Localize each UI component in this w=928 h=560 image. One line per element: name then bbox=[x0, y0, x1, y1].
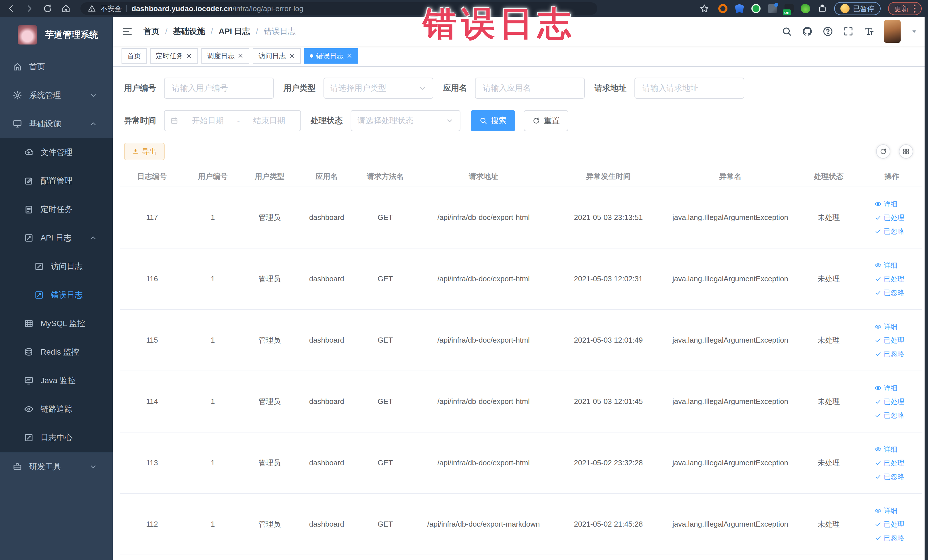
reset-button[interactable]: 重置 bbox=[524, 110, 568, 131]
edit-icon bbox=[24, 176, 34, 186]
tab-访问日志[interactable]: 访问日志 bbox=[253, 48, 301, 64]
chevron-up-icon bbox=[89, 234, 97, 242]
scrollbar[interactable] bbox=[925, 17, 928, 560]
extension-icon-green[interactable] bbox=[751, 4, 760, 13]
paused-label: 已暂停 bbox=[853, 4, 875, 14]
sidebar-item-system[interactable]: 系统管理 bbox=[0, 81, 113, 110]
sidebar-item-home[interactable]: 首页 bbox=[0, 52, 113, 81]
app-name-input[interactable] bbox=[475, 78, 585, 99]
tab-定时任务[interactable]: 定时任务 bbox=[150, 48, 198, 64]
cell-id: 112 bbox=[120, 519, 184, 529]
refresh-table-button[interactable] bbox=[876, 144, 890, 159]
extension-icon-sprout[interactable] bbox=[801, 4, 810, 13]
action-processed[interactable]: 已处理 bbox=[875, 213, 904, 222]
sidebar-item-access-log[interactable]: 访问日志 bbox=[0, 252, 113, 281]
action-processed[interactable]: 已处理 bbox=[875, 397, 904, 406]
extensions-puzzle-icon[interactable] bbox=[818, 4, 827, 13]
action-detail[interactable]: 详细 bbox=[875, 445, 897, 454]
update-button[interactable]: 更新 bbox=[888, 2, 922, 15]
cell-time: 2021-05-02 21:45:28 bbox=[552, 519, 665, 529]
action-ignored[interactable]: 已忽略 bbox=[875, 411, 904, 420]
action-detail[interactable]: 详细 bbox=[875, 261, 897, 270]
action-label: 已忽略 bbox=[884, 472, 904, 481]
sidebar-item-config[interactable]: 配置管理 bbox=[0, 166, 113, 195]
address-bar[interactable]: 不安全 dashboard.yudao.iocoder.cn/infra/log… bbox=[81, 2, 597, 15]
extension-icon-switch[interactable]: on bbox=[785, 4, 794, 13]
kebab-menu-icon[interactable] bbox=[914, 5, 916, 12]
table-header-cell: 应用名 bbox=[298, 171, 356, 182]
refresh-icon bbox=[532, 117, 540, 125]
action-detail[interactable]: 详细 bbox=[875, 506, 897, 515]
sidebar-item-label: 配置管理 bbox=[41, 175, 72, 186]
cell-status: 未处理 bbox=[796, 458, 862, 468]
sidebar-item-api-log[interactable]: API 日志 bbox=[0, 224, 113, 252]
action-ignored[interactable]: 已忽略 bbox=[875, 534, 904, 543]
close-icon[interactable] bbox=[346, 53, 353, 59]
close-icon[interactable] bbox=[186, 53, 192, 59]
check-icon bbox=[875, 535, 882, 542]
hamburger-icon[interactable] bbox=[121, 25, 133, 37]
github-icon[interactable] bbox=[802, 26, 813, 37]
font-size-icon[interactable] bbox=[864, 26, 875, 37]
sidebar-item-error-log[interactable]: 错误日志 bbox=[0, 281, 113, 309]
request-url-input[interactable] bbox=[635, 78, 744, 99]
reload-icon[interactable] bbox=[43, 4, 52, 14]
forward-icon[interactable] bbox=[24, 4, 34, 14]
tab-调度日志[interactable]: 调度日志 bbox=[201, 48, 249, 64]
action-processed[interactable]: 已处理 bbox=[875, 458, 904, 468]
action-detail[interactable]: 详细 bbox=[875, 200, 897, 209]
search-button[interactable]: 搜索 bbox=[471, 110, 515, 131]
sidebar-item-trace[interactable]: 链路追踪 bbox=[0, 395, 113, 423]
action-processed[interactable]: 已处理 bbox=[875, 275, 904, 284]
sidebar-item-mysql[interactable]: MySQL 监控 bbox=[0, 309, 113, 338]
cell-actions: 详细已处理已忽略 bbox=[862, 200, 922, 236]
search-icon[interactable] bbox=[781, 26, 792, 37]
home-icon[interactable] bbox=[61, 4, 71, 14]
profile-paused-chip[interactable]: 已暂停 bbox=[834, 2, 881, 15]
export-button[interactable]: 导出 bbox=[124, 143, 165, 160]
sidebar-item-job[interactable]: 定时任务 bbox=[0, 195, 113, 224]
action-ignored[interactable]: 已忽略 bbox=[875, 472, 904, 481]
extension-icon-shield[interactable] bbox=[735, 4, 744, 13]
bookmark-star-icon[interactable] bbox=[699, 4, 709, 14]
export-button-label: 导出 bbox=[142, 146, 157, 157]
sidebar-item-log-center[interactable]: 日志中心 bbox=[0, 423, 113, 452]
cell-user_type: 管理员 bbox=[241, 335, 298, 345]
user-id-input[interactable] bbox=[164, 78, 274, 99]
sidebar-item-infra[interactable]: 基础设施 bbox=[0, 110, 113, 138]
action-ignored[interactable]: 已忽略 bbox=[875, 227, 904, 236]
back-icon[interactable] bbox=[6, 4, 16, 14]
sidebar-item-java[interactable]: Java 监控 bbox=[0, 366, 113, 395]
breadcrumb-item[interactable]: API 日志 bbox=[219, 26, 250, 37]
action-ignored[interactable]: 已忽略 bbox=[875, 349, 904, 359]
help-icon[interactable] bbox=[823, 26, 833, 37]
action-processed[interactable]: 已处理 bbox=[875, 336, 904, 345]
sidebar-item-dev-tools[interactable]: 研发工具 bbox=[0, 452, 113, 481]
breadcrumb-item[interactable]: 首页 bbox=[143, 26, 159, 37]
app-logo-row[interactable]: 芋道管理系统 bbox=[0, 17, 113, 52]
fullscreen-icon[interactable] bbox=[843, 26, 854, 37]
action-detail[interactable]: 详细 bbox=[875, 383, 897, 392]
table-row: 1151管理员dashboardGET/api/infra/db-doc/exp… bbox=[120, 310, 922, 371]
update-label: 更新 bbox=[894, 4, 908, 14]
breadcrumb-item[interactable]: 基础设施 bbox=[173, 26, 205, 37]
sidebar-item-file[interactable]: 文件管理 bbox=[0, 138, 113, 166]
extension-icon-grid[interactable] bbox=[768, 4, 777, 13]
home-icon bbox=[12, 62, 22, 72]
action-processed[interactable]: 已处理 bbox=[875, 520, 904, 529]
process-status-select[interactable]: 请选择处理状态 bbox=[351, 110, 461, 131]
column-settings-button[interactable] bbox=[899, 144, 913, 159]
user-avatar[interactable] bbox=[884, 20, 901, 43]
tab-错误日志[interactable]: 错误日志 bbox=[304, 48, 358, 64]
sidebar-item-redis[interactable]: Redis 监控 bbox=[0, 338, 113, 366]
close-icon[interactable] bbox=[237, 53, 244, 59]
action-detail[interactable]: 详细 bbox=[875, 322, 897, 331]
eye-icon bbox=[875, 201, 882, 208]
close-icon[interactable] bbox=[289, 53, 295, 59]
extension-icon-orange[interactable] bbox=[718, 4, 728, 13]
action-ignored[interactable]: 已忽略 bbox=[875, 288, 904, 297]
tab-首页[interactable]: 首页 bbox=[122, 48, 147, 64]
caret-down-icon[interactable] bbox=[910, 27, 918, 35]
user-type-select[interactable]: 请选择用户类型 bbox=[324, 78, 433, 99]
date-range-picker[interactable]: 开始日期 - 结束日期 bbox=[164, 110, 301, 131]
